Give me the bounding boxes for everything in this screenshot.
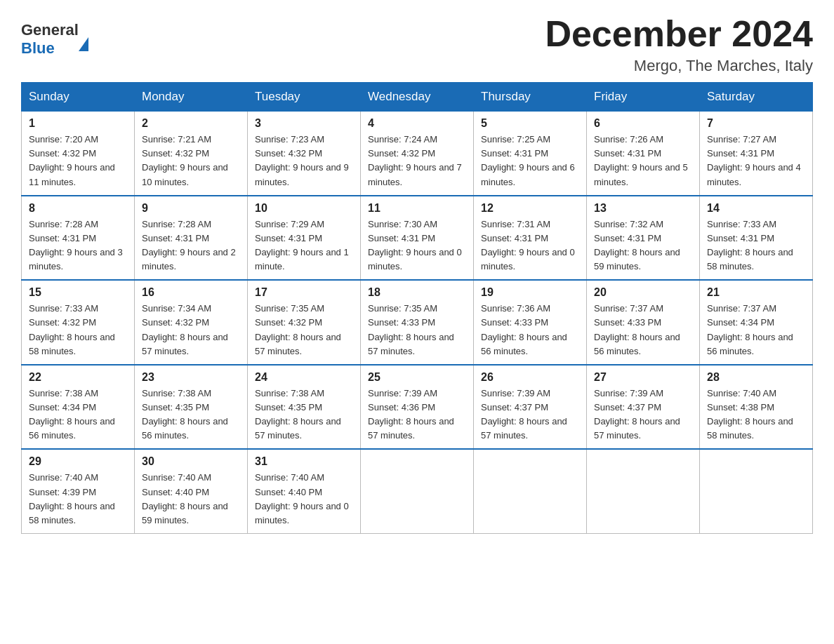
table-row: 22 Sunrise: 7:38 AMSunset: 4:34 PMDaylig… — [22, 365, 135, 450]
day-number: 16 — [142, 286, 240, 299]
table-row: 25 Sunrise: 7:39 AMSunset: 4:36 PMDaylig… — [361, 365, 474, 450]
table-row: 31 Sunrise: 7:40 AMSunset: 4:40 PMDaylig… — [248, 449, 361, 533]
day-number: 21 — [707, 286, 805, 299]
day-number: 6 — [594, 117, 692, 130]
table-row: 13 Sunrise: 7:32 AMSunset: 4:31 PMDaylig… — [587, 196, 700, 281]
day-info: Sunrise: 7:39 AMSunset: 4:37 PMDaylight:… — [594, 387, 692, 443]
table-row — [361, 449, 474, 533]
day-info: Sunrise: 7:35 AMSunset: 4:33 PMDaylight:… — [368, 302, 466, 358]
day-info: Sunrise: 7:40 AMSunset: 4:38 PMDaylight:… — [707, 387, 805, 443]
day-info: Sunrise: 7:40 AMSunset: 4:39 PMDaylight:… — [29, 471, 127, 528]
day-info: Sunrise: 7:36 AMSunset: 4:33 PMDaylight:… — [481, 302, 579, 358]
day-number: 27 — [594, 371, 692, 384]
day-info: Sunrise: 7:39 AMSunset: 4:36 PMDaylight:… — [368, 387, 466, 443]
day-info: Sunrise: 7:37 AMSunset: 4:34 PMDaylight:… — [707, 302, 805, 358]
table-row — [700, 449, 813, 533]
table-row: 1 Sunrise: 7:20 AMSunset: 4:32 PMDayligh… — [22, 112, 135, 196]
day-number: 24 — [255, 371, 353, 384]
week-row-5: 29 Sunrise: 7:40 AMSunset: 4:39 PMDaylig… — [22, 449, 813, 533]
day-number: 30 — [142, 455, 240, 468]
day-info: Sunrise: 7:31 AMSunset: 4:31 PMDaylight:… — [481, 217, 579, 274]
table-row: 20 Sunrise: 7:37 AMSunset: 4:33 PMDaylig… — [587, 280, 700, 365]
day-info: Sunrise: 7:30 AMSunset: 4:31 PMDaylight:… — [368, 217, 466, 274]
logo-text: General Blue — [21, 21, 88, 58]
day-info: Sunrise: 7:24 AMSunset: 4:32 PMDaylight:… — [368, 133, 466, 189]
day-info: Sunrise: 7:25 AMSunset: 4:31 PMDaylight:… — [481, 133, 579, 189]
table-row: 3 Sunrise: 7:23 AMSunset: 4:32 PMDayligh… — [248, 112, 361, 196]
week-row-1: 1 Sunrise: 7:20 AMSunset: 4:32 PMDayligh… — [22, 112, 813, 196]
day-number: 20 — [594, 286, 692, 299]
day-info: Sunrise: 7:39 AMSunset: 4:37 PMDaylight:… — [481, 387, 579, 443]
header-wednesday: Wednesday — [361, 83, 474, 112]
day-info: Sunrise: 7:32 AMSunset: 4:31 PMDaylight:… — [594, 217, 692, 274]
day-info: Sunrise: 7:33 AMSunset: 4:32 PMDaylight:… — [29, 302, 127, 358]
location-subtitle: Mergo, The Marches, Italy — [545, 57, 813, 75]
table-row: 15 Sunrise: 7:33 AMSunset: 4:32 PMDaylig… — [22, 280, 135, 365]
header-thursday: Thursday — [474, 83, 587, 112]
table-row: 6 Sunrise: 7:26 AMSunset: 4:31 PMDayligh… — [587, 112, 700, 196]
table-row: 30 Sunrise: 7:40 AMSunset: 4:40 PMDaylig… — [135, 449, 248, 533]
day-number: 8 — [29, 202, 127, 215]
title-block: December 2024 Mergo, The Marches, Italy — [545, 14, 813, 75]
day-number: 13 — [594, 202, 692, 215]
header-sunday: Sunday — [22, 83, 135, 112]
day-number: 12 — [481, 202, 579, 215]
header-tuesday: Tuesday — [248, 83, 361, 112]
week-row-4: 22 Sunrise: 7:38 AMSunset: 4:34 PMDaylig… — [22, 365, 813, 450]
day-number: 31 — [255, 455, 353, 468]
day-info: Sunrise: 7:20 AMSunset: 4:32 PMDaylight:… — [29, 133, 127, 189]
month-title: December 2024 — [545, 14, 813, 54]
table-row: 24 Sunrise: 7:38 AMSunset: 4:35 PMDaylig… — [248, 365, 361, 450]
table-row: 5 Sunrise: 7:25 AMSunset: 4:31 PMDayligh… — [474, 112, 587, 196]
table-row: 28 Sunrise: 7:40 AMSunset: 4:38 PMDaylig… — [700, 365, 813, 450]
table-row: 2 Sunrise: 7:21 AMSunset: 4:32 PMDayligh… — [135, 112, 248, 196]
table-row: 12 Sunrise: 7:31 AMSunset: 4:31 PMDaylig… — [474, 196, 587, 281]
day-info: Sunrise: 7:33 AMSunset: 4:31 PMDaylight:… — [707, 217, 805, 274]
day-number: 3 — [255, 117, 353, 130]
table-row: 14 Sunrise: 7:33 AMSunset: 4:31 PMDaylig… — [700, 196, 813, 281]
header-friday: Friday — [587, 83, 700, 112]
day-number: 18 — [368, 286, 466, 299]
week-row-2: 8 Sunrise: 7:28 AMSunset: 4:31 PMDayligh… — [22, 196, 813, 281]
day-info: Sunrise: 7:34 AMSunset: 4:32 PMDaylight:… — [142, 302, 240, 358]
table-row: 26 Sunrise: 7:39 AMSunset: 4:37 PMDaylig… — [474, 365, 587, 450]
week-row-3: 15 Sunrise: 7:33 AMSunset: 4:32 PMDaylig… — [22, 280, 813, 365]
table-row: 23 Sunrise: 7:38 AMSunset: 4:35 PMDaylig… — [135, 365, 248, 450]
header-row: Sunday Monday Tuesday Wednesday Thursday… — [22, 83, 813, 112]
day-number: 22 — [29, 371, 127, 384]
day-number: 14 — [707, 202, 805, 215]
table-row: 4 Sunrise: 7:24 AMSunset: 4:32 PMDayligh… — [361, 112, 474, 196]
day-number: 19 — [481, 286, 579, 299]
table-row: 17 Sunrise: 7:35 AMSunset: 4:32 PMDaylig… — [248, 280, 361, 365]
table-row: 8 Sunrise: 7:28 AMSunset: 4:31 PMDayligh… — [22, 196, 135, 281]
day-info: Sunrise: 7:26 AMSunset: 4:31 PMDaylight:… — [594, 133, 692, 189]
day-number: 5 — [481, 117, 579, 130]
day-info: Sunrise: 7:38 AMSunset: 4:34 PMDaylight:… — [29, 387, 127, 443]
day-number: 4 — [368, 117, 466, 130]
day-number: 10 — [255, 202, 353, 215]
table-row: 9 Sunrise: 7:28 AMSunset: 4:31 PMDayligh… — [135, 196, 248, 281]
table-row: 18 Sunrise: 7:35 AMSunset: 4:33 PMDaylig… — [361, 280, 474, 365]
day-number: 17 — [255, 286, 353, 299]
day-info: Sunrise: 7:28 AMSunset: 4:31 PMDaylight:… — [142, 217, 240, 274]
logo-blue: Blue — [21, 39, 55, 57]
day-info: Sunrise: 7:28 AMSunset: 4:31 PMDaylight:… — [29, 217, 127, 274]
calendar-table: Sunday Monday Tuesday Wednesday Thursday… — [21, 82, 813, 534]
table-row: 11 Sunrise: 7:30 AMSunset: 4:31 PMDaylig… — [361, 196, 474, 281]
day-info: Sunrise: 7:38 AMSunset: 4:35 PMDaylight:… — [255, 387, 353, 443]
day-number: 11 — [368, 202, 466, 215]
day-info: Sunrise: 7:40 AMSunset: 4:40 PMDaylight:… — [255, 471, 353, 528]
table-row — [474, 449, 587, 533]
table-row: 7 Sunrise: 7:27 AMSunset: 4:31 PMDayligh… — [700, 112, 813, 196]
day-number: 9 — [142, 202, 240, 215]
logo: General Blue — [21, 21, 88, 58]
day-info: Sunrise: 7:37 AMSunset: 4:33 PMDaylight:… — [594, 302, 692, 358]
table-row: 27 Sunrise: 7:39 AMSunset: 4:37 PMDaylig… — [587, 365, 700, 450]
logo-general: General — [21, 21, 79, 39]
day-number: 2 — [142, 117, 240, 130]
day-number: 23 — [142, 371, 240, 384]
day-info: Sunrise: 7:27 AMSunset: 4:31 PMDaylight:… — [707, 133, 805, 189]
day-info: Sunrise: 7:38 AMSunset: 4:35 PMDaylight:… — [142, 387, 240, 443]
day-info: Sunrise: 7:21 AMSunset: 4:32 PMDaylight:… — [142, 133, 240, 189]
day-number: 7 — [707, 117, 805, 130]
